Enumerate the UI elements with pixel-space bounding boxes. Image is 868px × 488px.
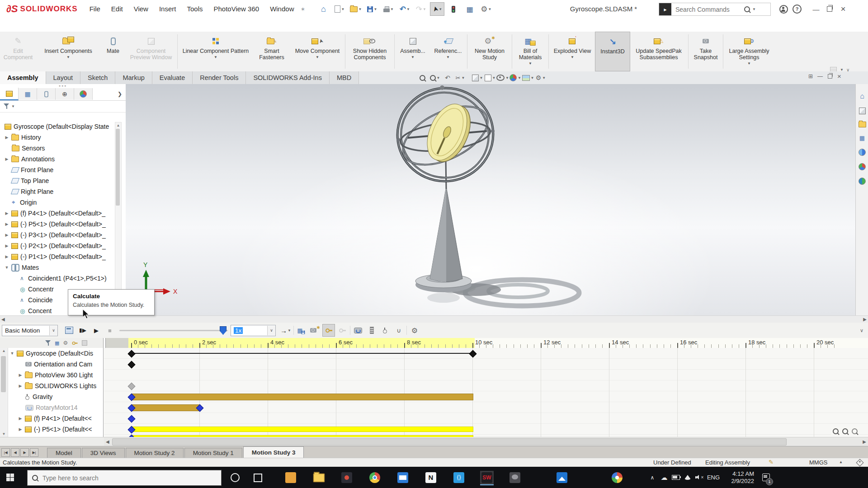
tree-item-concentric2[interactable]: ◎Concent [20,305,52,316]
tab-render-tools[interactable]: Render Tools [193,71,246,84]
motion-item-sw-lights[interactable]: ▶SOLIDWORKS Lights [18,380,96,391]
tab-3d-views[interactable]: 3D Views [82,448,125,458]
taskbar-search[interactable] [27,470,222,486]
ribbon-smart-fasteners[interactable]: ✎ Smart Fasteners [253,32,291,71]
timeline-tracks[interactable] [104,348,868,437]
bar-gravity[interactable] [131,394,473,400]
tree-item-right-plane[interactable]: Right Plane [12,186,53,197]
undo-button[interactable]: ↶▼ [397,2,412,16]
motion-scroll-up[interactable]: ▲ [0,348,8,354]
tab-featuremanager-tree[interactable] [0,88,19,100]
tree-scrollbar[interactable]: ▲ [115,122,122,305]
tab-motion-study-2[interactable]: Motion Study 2 [126,448,184,458]
tab-mbd[interactable]: MBD [330,71,359,84]
tabs-prev-button[interactable]: ◀ [11,448,19,457]
ribbon-assembly-features[interactable]: Assemb...▼ [396,32,430,71]
ribbon-exploded-view[interactable]: ' Exploded View▼ [550,32,595,71]
tree-item-p3[interactable]: ▶(-) P3<1> (Default<<Default>_ [5,230,106,240]
ribbon-update-speedpak[interactable]: ⚠ Update SpeedPak Subassemblies [630,32,687,71]
help-button[interactable]: ? [790,3,804,15]
taskbar-app-chrome[interactable] [368,471,382,484]
tree-item-sensors[interactable]: Sensors [12,143,45,154]
tree-scroll-thumb[interactable] [116,129,120,206]
timeline-scroll-left[interactable]: ◀ [106,439,109,445]
timeline-zoom-out-icon[interactable] [833,428,839,434]
tree-scroll-up[interactable]: ▲ [115,122,121,128]
taskpane-custom-properties-icon[interactable] [859,178,866,185]
bar-p5[interactable] [131,427,473,432]
tray-battery-icon[interactable] [670,467,682,488]
menu-window[interactable]: Window [264,0,299,18]
motion-scroll-down[interactable]: ▼ [0,432,8,436]
tree-item-root[interactable]: Gyroscope (Default<Display State [5,121,109,132]
panel-grip[interactable]: ●●● [0,84,126,88]
tab-solidworks-addins[interactable]: SOLIDWORKS Add-Ins [246,71,330,84]
play-from-start-button[interactable]: ▮▶ [76,324,89,337]
motion-item-photoview-lights[interactable]: ▶PhotoView 360 Light [18,370,93,380]
tree-item-coincident1[interactable]: ∧Coincident1 (P4<1>,P5<1>) [20,273,107,284]
tree-item-history[interactable]: ▶History [5,132,41,143]
taskbar-app-solidworks-active[interactable]: SW [480,471,494,485]
taskbar-app-dark[interactable] [340,471,354,484]
home-button[interactable]: ⌂ [316,2,330,16]
select-tool-button[interactable]: ➤▼ [430,2,444,16]
taskpane-view-palette-icon[interactable] [859,149,866,156]
tree-item-coincident2[interactable]: ∧Coincide [20,295,52,305]
key-p4-0s[interactable] [128,415,136,423]
cortana-button[interactable] [228,471,242,484]
tree-item-p4[interactable]: ▶(f) P4<1> (Default<<Default>_ [5,208,105,219]
motion-item-root[interactable]: ▼Gyroscope (Default<Dis [10,348,93,359]
ribbon-reference-geometry[interactable]: ● Referenc...▼ [430,32,466,71]
taskpane-file-explorer-icon[interactable]: ▦ [859,135,865,141]
tray-onedrive-icon[interactable]: ☁ [658,467,670,488]
tab-model[interactable]: Model [47,448,81,458]
rebuild-button[interactable] [446,2,461,16]
ribbon-linear-pattern[interactable]: Linear Component Pattern▼ [179,32,253,71]
motion-scroll-thumb[interactable] [1,356,6,392]
tab-configuration-manager[interactable] [37,88,56,100]
menu-insert[interactable]: Insert [154,0,182,18]
taskpane-resources-icon[interactable] [859,108,866,114]
motion-item-gravity[interactable]: Gravity [25,391,52,402]
taskbar-app-mail[interactable] [396,471,410,484]
menu-file[interactable]: File [84,0,106,18]
timeline-scroll-right[interactable]: ▶ [863,439,866,445]
options-list-button[interactable]: ▦ [462,2,477,16]
vpscroll-right-arrow[interactable]: ▶ [863,316,867,323]
status-tag-icon[interactable] [856,459,864,467]
key-gyroscope-10s[interactable] [469,350,477,358]
taskbar-app-explorer[interactable] [312,471,326,484]
taskpane-design-library-icon[interactable] [859,122,866,127]
taskbar-app-paint[interactable] [610,471,624,484]
tree-item-front-plane[interactable]: Front Plane [12,164,53,175]
ribbon-mate[interactable]: Mate [100,32,126,71]
redo-button[interactable]: ↷▼ [414,2,428,16]
bar-rotary-motor[interactable] [131,404,200,411]
motion-item-p4[interactable]: ▶(f) P4<1> (Default<< [18,413,92,424]
playback-mode-button[interactable]: →▼ [279,324,292,337]
tree-item-annotations[interactable]: ▶Annotations [5,154,55,164]
calculate-button[interactable] [63,324,75,337]
open-button[interactable]: ▼ [349,2,363,16]
tab-layout[interactable]: Layout [46,71,81,84]
filter-selected-icon[interactable] [72,341,78,344]
ribbon-new-motion-study[interactable]: ⚙✱ New Motion Study [468,32,511,71]
motion-panel-collapse[interactable]: ∨ [860,328,863,333]
ribbon-edit-component[interactable]: ✎ Edit Component [0,32,36,71]
ribbon-instant3d[interactable]: ↘ Instant3D [595,32,630,71]
doc-restore-button[interactable] [828,74,832,79]
menu-view[interactable]: View [128,0,154,18]
ribbon-take-snapshot[interactable]: Take Snapshot [689,32,722,71]
motion-item-orientation[interactable]: Orientation and Cam [25,359,92,370]
ribbon-insert-components[interactable]: Insert Components▼ [36,32,100,71]
motion-study-properties-button[interactable]: ⚙ [408,324,421,337]
timeline-scroll-thumb[interactable] [112,438,787,446]
filter-driving-icon[interactable]: ⚙ [63,340,68,346]
notification-center-button[interactable]: 1 [758,467,774,488]
status-units[interactable]: MMGS [809,459,827,466]
animation-wizard-button[interactable]: ✱ [309,324,321,337]
minimize-button[interactable]: — [809,3,823,15]
ribbon-show-hidden[interactable]: Show Hidden Components [346,32,393,71]
save-button[interactable]: ▼ [365,2,379,16]
tree-item-p1[interactable]: ▶(-) P1<1> (Default<<Default>_ [5,251,106,262]
